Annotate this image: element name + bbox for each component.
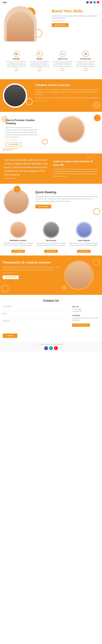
- thousands-deco-circle-top: [93, 259, 99, 265]
- contact-section: Contact Us YOUR NAME EMAIL MESSAGE SUBMI…: [0, 295, 102, 342]
- hero-person-image: [4, 6, 37, 42]
- thousands-text: Morbi tempus iaculis urna id volutpat la…: [3, 266, 61, 271]
- quick-reading-read-more-button[interactable]: READ MORE: [35, 205, 51, 208]
- wave-b1: [3, 148, 19, 148]
- courses-deco-circle: [92, 101, 101, 109]
- learn-spanish-img-placeholder: [77, 223, 91, 237]
- category-craft-title: CRAFT & DIY: [52, 58, 73, 60]
- quote-deco-circle-top: [87, 152, 94, 158]
- site-header: logo f 📷 t ▶: [0, 0, 102, 5]
- online-courses-text: Duis aute irure dolor in reprehenderit i…: [35, 88, 99, 96]
- instagram-icon-header[interactable]: 📷: [90, 1, 92, 4]
- thousands-section: Thousands of creative courses Morbi temp…: [0, 256, 102, 295]
- online-courses-content: Creative Online Courses Duis aute irure …: [35, 83, 99, 102]
- quick-reading-image-area: [3, 188, 33, 215]
- categories-section: 🎨 PAINTING Duis aute irure dolor in repr…: [0, 43, 102, 79]
- quick-orange-circle: [14, 186, 20, 192]
- online-courses-section: Creative Online Courses Duis aute irure …: [0, 79, 102, 112]
- category-craft-more[interactable]: MORE: [52, 70, 73, 71]
- wave-line-3: [4, 39, 16, 39]
- thousands-main-circle: [64, 260, 94, 290]
- contact-form: YOUR NAME EMAIL MESSAGE SUBMIT: [3, 306, 69, 338]
- quick-deco-circle-right: [93, 208, 100, 215]
- quick-person-placeholder: [4, 189, 29, 214]
- promote-box: How to Promote Creative Thinking Duis au…: [3, 116, 41, 150]
- promote-image-area: [44, 116, 99, 143]
- wave-line-2: [4, 38, 19, 38]
- promote-orange-circle: [94, 114, 101, 121]
- card-meditation-text: Duis aute irure dolor in reprehenderit i…: [3, 242, 34, 246]
- thousands-learn-more-button[interactable]: LEARN MORE: [3, 276, 19, 279]
- hero-section: Boost Your Skills Sample text. Click to …: [0, 5, 102, 43]
- card-meditation: Meditation Lessons Duis aute irure dolor…: [3, 222, 34, 253]
- contact-location: LOCATION 123 Rock Street, 21 Avenue, New…: [72, 315, 99, 322]
- wave-b2: [3, 149, 15, 150]
- copyright-text: © copyright 2020: [39, 344, 49, 345]
- card-top-courses-title: Top Courses: [36, 239, 66, 242]
- category-psychology-title: PSYCHOLOGY: [75, 58, 96, 60]
- card-learn-spanish-button[interactable]: LEARN MORE: [77, 250, 90, 253]
- contact-title: Contact Us: [3, 299, 99, 302]
- thousands-left-circle: [1, 285, 9, 292]
- quote-author: imagination Pexels: [4, 177, 49, 179]
- category-design-more[interactable]: MORE: [29, 70, 50, 71]
- hero-learn-more-button[interactable]: LEARN MORE: [52, 23, 69, 27]
- category-painting-title: PAINTING: [6, 58, 27, 60]
- twitter-icon-footer[interactable]: t: [49, 346, 53, 350]
- top-courses-image: [43, 222, 59, 238]
- hero-sample-text: Sample text. Click to select the text bo…: [52, 15, 98, 19]
- online-courses-title: Creative Online Courses: [35, 83, 99, 87]
- form-group-email: EMAIL: [3, 313, 69, 318]
- card-learn-spanish-title: Learn Spanish: [68, 239, 99, 242]
- thousands-content: Thousands of creative courses Morbi temp…: [3, 260, 61, 279]
- social-icons-header: f 📷 t ▶: [86, 1, 99, 4]
- painting-icon: 🎨: [13, 51, 20, 57]
- card-learn-spanish: Learn Spanish Duis aute irure dolor in r…: [68, 222, 99, 253]
- youtube-icon-header[interactable]: ▶: [97, 1, 99, 4]
- form-email-input[interactable]: [3, 315, 69, 318]
- category-psychology-more[interactable]: MORE: [75, 70, 96, 71]
- twitter-icon-header[interactable]: t: [93, 1, 96, 4]
- quote-right-text: Lorem ipsum dolor sit amet, consectetur …: [53, 168, 98, 178]
- promote-learn-more-button[interactable]: LEARN MORE: [6, 142, 22, 146]
- form-message-textarea[interactable]: [3, 322, 69, 330]
- footer-copyright: © copyright 2020 Wix Terms of Service: [3, 344, 99, 345]
- form-group-message: MESSAGE: [3, 320, 69, 331]
- quick-reading-content: Quick Reading Morbi tempus iaculis urna …: [35, 188, 99, 208]
- promote-text: Duis aute irure dolor in reprehenderit i…: [6, 126, 38, 138]
- card-meditation-button[interactable]: LEARN MORE: [12, 250, 25, 253]
- promote-image-note: Image from Pexels: [6, 140, 38, 141]
- card-top-courses: Top Courses Duis aute irure dolor in rep…: [36, 222, 66, 253]
- form-submit-button[interactable]: SUBMIT: [3, 334, 17, 338]
- meditation-img-placeholder: [11, 223, 25, 237]
- learn-spanish-image: [76, 222, 92, 238]
- categories-grid: 🎨 PAINTING Duis aute irure dolor in repr…: [3, 46, 99, 76]
- form-group-name: YOUR NAME: [3, 306, 69, 312]
- footer-social-icons: f t ▶: [3, 346, 99, 350]
- meditation-image: [10, 222, 26, 238]
- psychology-icon: 🧠: [83, 51, 89, 57]
- online-courses-image-note: Image from Pexels: [35, 100, 99, 102]
- card-meditation-note: Image from Pexels: [3, 247, 34, 249]
- location-address: 123 Rock Street, 21 Avenue, New York, NY…: [72, 317, 99, 322]
- card-meditation-title: Meditation Lessons: [3, 239, 34, 242]
- youtube-icon-footer[interactable]: ▶: [54, 346, 58, 350]
- category-craft-text: Duis aute irure dolor in reprehenderit i…: [52, 60, 73, 69]
- form-name-input[interactable]: [3, 308, 69, 312]
- category-painting-more[interactable]: MORE: [6, 70, 27, 71]
- hero-title: Boost Your Skills: [52, 9, 98, 14]
- quote-left: You know my friends, with what a brave c…: [4, 158, 49, 179]
- footer-link[interactable]: Wix Terms of Service: [50, 344, 63, 345]
- location-title: LOCATION: [72, 315, 99, 316]
- card-top-courses-note: Image from Pexels: [36, 247, 66, 249]
- contact-info: CALL US 1-234-567-8901 1-234-456-7890 LO…: [72, 306, 99, 338]
- hero-image-note: Images from Pexels: [52, 20, 98, 22]
- facebook-icon-footer[interactable]: f: [44, 346, 48, 350]
- contact-call-us: CALL US 1-234-567-8901 1-234-456-7890: [72, 306, 99, 313]
- card-top-courses-button[interactable]: LEARN MORE: [44, 250, 58, 253]
- facebook-icon-header[interactable]: f: [86, 1, 89, 4]
- visit-services-button[interactable]: VISIT OUR SERVICES: [72, 324, 90, 327]
- category-painting-text: Duis aute irure dolor in reprehenderit i…: [6, 60, 27, 69]
- category-psychology: 🧠 PSYCHOLOGY Duis aute irure dolor in re…: [75, 50, 96, 72]
- form-name-label: YOUR NAME: [3, 306, 69, 307]
